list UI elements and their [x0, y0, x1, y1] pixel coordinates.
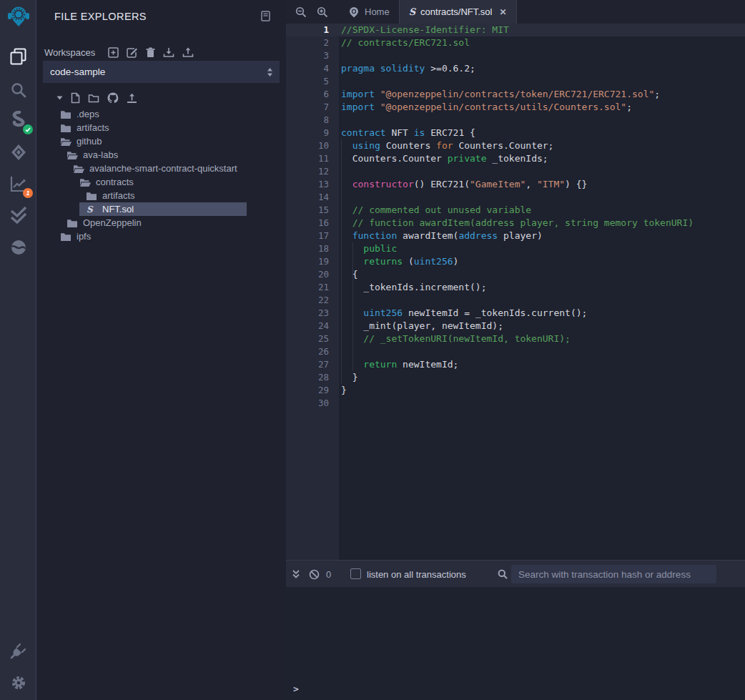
tree-item-artifacts[interactable]: artifacts	[37, 189, 286, 202]
code-line-5: 5	[286, 75, 745, 88]
rename-workspace-button[interactable]	[127, 47, 138, 58]
code-line-16: 16 // function awardItem(address player,…	[286, 217, 745, 230]
tree-item-github[interactable]: github	[37, 134, 286, 148]
close-tab-icon[interactable]: ✕	[500, 7, 507, 17]
tab-home[interactable]: Home	[339, 0, 399, 24]
zoom-in-icon	[317, 6, 328, 18]
solidity-file-icon: S	[409, 7, 415, 16]
folder-open-icon	[67, 151, 79, 159]
code-text: public	[339, 242, 397, 255]
code-lines: 1//SPDX-License-Identifier: MIT2// contr…	[286, 24, 745, 410]
terminal-search-input[interactable]	[511, 565, 716, 583]
tree-item-label: .deps	[77, 109, 99, 119]
code-line-11: 11 Counters.Counter private _tokenIds;	[286, 152, 745, 165]
folder-open-icon	[80, 178, 92, 187]
line-number: 1	[286, 24, 339, 36]
upload-gist-icon	[127, 93, 137, 104]
delete-workspace-button[interactable]	[146, 47, 155, 58]
code-text: Counters.Counter private _tokenIds;	[339, 152, 548, 165]
sidebar-item-solidity-compiler[interactable]	[0, 109, 36, 132]
code-text: // function awardItem(address player, st…	[339, 217, 694, 230]
double-check-icon	[9, 207, 28, 224]
ban-icon	[309, 569, 320, 580]
tab-contracts-nft-sol[interactable]: S contracts/NFT.sol ✕	[399, 0, 517, 24]
tree-item-avalanche-smart-contract-quickstart[interactable]: avalanche-smart-contract-quickstart	[37, 162, 286, 175]
tree-item-label: artifacts	[102, 190, 135, 201]
line-number: 13	[286, 178, 339, 191]
panel-menu-button[interactable]	[261, 11, 270, 24]
tree-item-ava-labs[interactable]: ava-labs	[37, 148, 286, 162]
editor-region: Home S contracts/NFT.sol ✕ 1//SPDX-Licen…	[286, 0, 745, 700]
code-line-17: 17 function awardItem(address player)	[286, 230, 745, 242]
sidebar-item-plugin-circle[interactable]	[0, 236, 36, 259]
tree-item-contracts[interactable]: contracts	[37, 175, 286, 189]
line-number: 7	[286, 101, 339, 114]
tree-item-label: avalanche-smart-contract-quickstart	[89, 163, 237, 174]
folder-closed-icon	[61, 232, 72, 241]
panel-title: FILE EXPLORERS	[54, 11, 147, 22]
remix-logo[interactable]	[0, 4, 36, 29]
sidebar-item-analysis[interactable]: 1	[0, 172, 36, 195]
line-number: 4	[286, 62, 339, 75]
file-tree: .depsartifactsgithubava-labsavalanche-sm…	[37, 107, 286, 243]
zoom-out-button[interactable]	[290, 0, 312, 24]
sphere-wave-icon	[10, 239, 27, 256]
code-text: import "@openzeppelin/contracts/utils/Co…	[339, 101, 632, 114]
code-text	[339, 191, 341, 204]
compile-success-badge	[23, 124, 33, 134]
code-line-26: 26	[286, 345, 745, 358]
tree-item-label: OpenZeppelin	[83, 217, 142, 228]
sidebar-item-file-explorer[interactable]	[0, 45, 36, 68]
code-text	[339, 114, 341, 127]
file-explorer-panel: FILE EXPLORERS Workspaces	[37, 0, 286, 700]
tree-item--deps[interactable]: .deps	[37, 107, 286, 121]
workspace-select[interactable]: code-sample	[43, 61, 280, 83]
download-workspaces-button[interactable]	[163, 47, 174, 58]
tree-item-ipfs[interactable]: ipfs	[37, 230, 286, 243]
code-text: returns (uint256)	[339, 255, 458, 268]
file-explorer-icon	[10, 48, 26, 65]
new-folder-button[interactable]	[88, 93, 99, 103]
zoom-in-button[interactable]	[312, 0, 333, 24]
line-number: 15	[286, 204, 339, 217]
sidebar-item-plugin-manager[interactable]	[0, 640, 36, 663]
line-number: 6	[286, 88, 339, 101]
tree-item-openzeppelin[interactable]: OpenZeppelin	[37, 216, 286, 230]
terminal-console[interactable]: >	[286, 587, 745, 700]
line-number: 20	[286, 268, 339, 281]
code-line-20: 20 {	[286, 268, 745, 281]
listen-transactions-label[interactable]: listen on all transactions	[367, 561, 466, 588]
new-file-button[interactable]	[71, 92, 80, 104]
tree-item-nft-sol[interactable]: SNFT.sol	[37, 202, 286, 216]
line-number: 30	[286, 397, 339, 410]
clear-console-button[interactable]	[309, 561, 320, 588]
chevron-down-icon	[56, 96, 63, 100]
sidebar-item-unit-testing[interactable]	[0, 204, 36, 227]
line-number: 5	[286, 75, 339, 88]
clone-github-button[interactable]	[107, 92, 119, 104]
create-workspace-button[interactable]	[108, 47, 119, 58]
listen-transactions-checkbox[interactable]	[350, 568, 361, 579]
collapse-tree-button[interactable]	[56, 96, 63, 100]
solidity-file-icon: S	[87, 205, 98, 214]
expand-terminal-button[interactable]	[292, 561, 300, 588]
line-number: 24	[286, 320, 339, 332]
code-line-29: 29}	[286, 384, 745, 397]
code-editor[interactable]: 1//SPDX-License-Identifier: MIT2// contr…	[286, 24, 745, 560]
restore-workspaces-button[interactable]	[182, 47, 194, 58]
sidebar-item-search[interactable]	[0, 79, 36, 102]
sidebar-item-settings[interactable]	[0, 671, 36, 694]
code-line-2: 2// contracts/ERC721.sol	[286, 36, 745, 49]
code-text: contract NFT is ERC721 {	[339, 127, 475, 139]
code-line-8: 8	[286, 114, 745, 127]
tree-item-artifacts[interactable]: artifacts	[37, 121, 286, 134]
remix-home-icon	[348, 6, 360, 18]
line-number: 12	[286, 165, 339, 178]
tree-item-label: github	[77, 136, 102, 147]
code-text: //SPDX-License-Identifier: MIT	[339, 24, 509, 36]
sidebar-item-deploy-run[interactable]	[0, 141, 36, 164]
code-line-4: 4pragma solidity >=0.6.2;	[286, 62, 745, 75]
code-text: }	[339, 384, 347, 397]
code-text: constructor() ERC721("GameItem", "ITM") …	[339, 178, 587, 191]
publish-to-gist-button[interactable]	[127, 93, 137, 104]
